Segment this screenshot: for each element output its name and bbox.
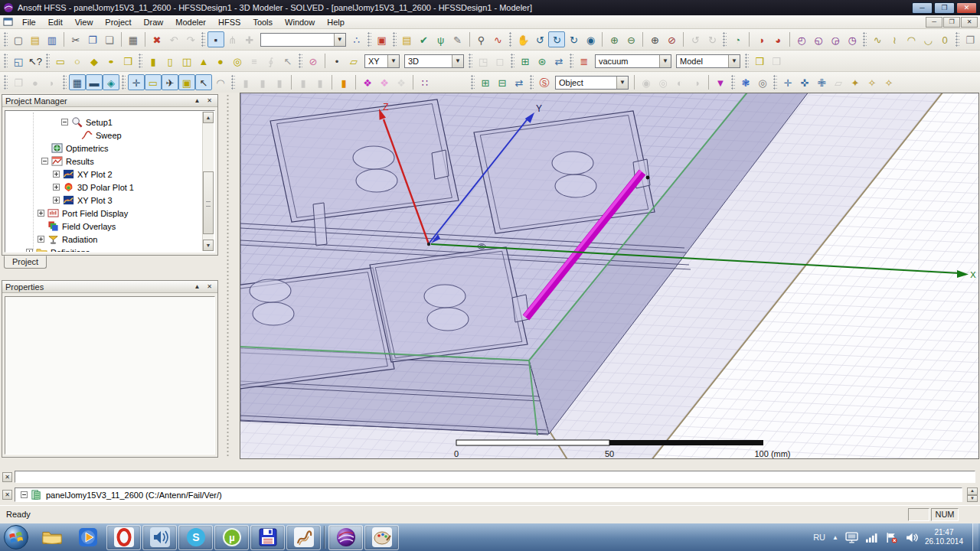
analyze-all-icon[interactable]: ✔: [416, 31, 433, 47]
close-button[interactable]: ✕: [956, 2, 977, 14]
via-cylinder[interactable]: [250, 279, 291, 302]
pan-icon[interactable]: ✋: [514, 31, 531, 47]
feed-tab[interactable]: [432, 150, 449, 179]
scroll-thumb[interactable]: [203, 171, 214, 234]
edit-notes-icon[interactable]: ✎: [449, 31, 466, 47]
cs-create-icon[interactable]: ✛: [779, 74, 796, 90]
menu-file[interactable]: File: [16, 16, 42, 28]
sweep-zero-icon[interactable]: 0: [936, 31, 953, 47]
mesh-sphere-icon[interactable]: ◎: [754, 74, 771, 90]
clock[interactable]: 21:47 26.10.2014: [925, 528, 963, 546]
tree-item[interactable]: Port Field Display: [5, 207, 214, 220]
find-icon[interactable]: ⚲: [473, 31, 490, 47]
menu-project[interactable]: Project: [99, 16, 137, 28]
draw-sphere-icon[interactable]: ●: [212, 53, 229, 69]
toolbar-grip[interactable]: [745, 54, 749, 69]
tab-project[interactable]: Project: [4, 256, 47, 269]
volume-icon[interactable]: [905, 532, 918, 543]
toolbar-grip[interactable]: [201, 32, 205, 47]
highlight-object-icon[interactable]: ▮: [335, 74, 352, 90]
dropdown-arrow-icon[interactable]: ▼: [659, 55, 671, 67]
taskbar-backup-tool-icon[interactable]: [250, 525, 285, 550]
action-center-flag-icon[interactable]: [885, 532, 898, 543]
snap-edge-icon[interactable]: ↖: [195, 74, 212, 90]
tree-item[interactable]: Radiation: [5, 233, 214, 246]
tree-scrollbar[interactable]: ▲ ▼: [202, 112, 214, 251]
snap-grid-icon[interactable]: ▭: [145, 74, 162, 90]
dropdown-arrow-icon[interactable]: ▼: [334, 34, 345, 46]
cs-gold-2-icon[interactable]: ✧: [864, 74, 880, 90]
taskbar-media-player-icon[interactable]: [70, 525, 105, 550]
menu-view[interactable]: View: [69, 16, 100, 28]
toolbar-grip[interactable]: [511, 54, 514, 69]
solid-pink-icon[interactable]: ❖: [376, 74, 393, 90]
project-entry-field[interactable]: panelJomy15V3_11_2600 (C:/Antenn/Fail/Ve…: [15, 487, 962, 502]
cs-gold-1-icon[interactable]: ✦: [847, 74, 864, 90]
minimize-button[interactable]: ─: [912, 2, 933, 14]
new-icon[interactable]: ▢: [10, 31, 27, 47]
toolbar-grip[interactable]: [570, 54, 573, 69]
toolbar-grip[interactable]: [956, 32, 959, 47]
record-macro-icon[interactable]: ▣: [374, 31, 390, 47]
toolbar-grip[interactable]: [63, 75, 67, 90]
zoom-out-icon[interactable]: ⊘: [663, 31, 680, 47]
dropdown-arrow-icon[interactable]: ▼: [728, 55, 740, 67]
via-cylinder[interactable]: [356, 169, 397, 192]
dock-gripper[interactable]: [227, 94, 230, 458]
dropdown-arrow-icon[interactable]: ▼: [616, 77, 628, 89]
cs-gold-3-icon[interactable]: ✧: [880, 74, 897, 90]
fit-all-icon[interactable]: ⊕: [606, 31, 622, 47]
toolbar-grip[interactable]: [773, 75, 777, 90]
project-manager-titlebar[interactable]: Project Manager ▲ ✕: [2, 95, 217, 107]
power-plug-icon[interactable]: [845, 532, 858, 543]
mdi-minimize-button[interactable]: ─: [926, 17, 942, 28]
via-cylinder[interactable]: [555, 174, 596, 197]
optimetrics-run-icon[interactable]: ψ: [433, 31, 449, 47]
spinner-down-icon[interactable]: ▼: [967, 495, 978, 503]
scroll-down-icon[interactable]: ▼: [203, 240, 214, 251]
draw-cylinder-icon[interactable]: ▮: [145, 53, 162, 69]
grid-visibility-icon[interactable]: ▦: [69, 74, 86, 90]
collapse-icon[interactable]: [21, 491, 28, 498]
draw-circle-icon[interactable]: ○: [69, 53, 86, 69]
stop-simulation-icon[interactable]: ◑: [753, 31, 769, 47]
sweep-arc-up-icon[interactable]: ◠: [903, 31, 920, 47]
menu-hfss[interactable]: HFSS: [212, 16, 247, 28]
draw-regular-polyhedron-icon[interactable]: ▯: [162, 53, 178, 69]
taskbar-skype-icon[interactable]: S: [178, 525, 213, 550]
maximize-button[interactable]: ❐: [934, 2, 955, 14]
toolbar-grip[interactable]: [530, 75, 534, 90]
tree-item[interactable]: Sweep: [5, 129, 214, 142]
dropdown-arrow-icon[interactable]: ▼: [387, 55, 399, 67]
view-orientation-combo[interactable]: 3D▼: [404, 54, 464, 68]
toolbar-grip[interactable]: [231, 75, 235, 90]
cut-icon[interactable]: ✂: [67, 31, 84, 47]
properties-titlebar[interactable]: Properties ▲ ✕: [2, 281, 217, 293]
snap-arc-icon[interactable]: ◠: [212, 74, 229, 90]
sweep-curve-2-icon[interactable]: ≀: [886, 31, 903, 47]
panel-close-icon[interactable]: ✕: [204, 282, 214, 291]
save-icon[interactable]: ▥: [44, 31, 60, 47]
measure-mode-icon[interactable]: ▬: [86, 74, 103, 90]
dropdown-arrow-icon[interactable]: ▼: [452, 55, 463, 67]
sweep-arc-down-icon[interactable]: ◡: [920, 31, 936, 47]
draw-box3d-icon[interactable]: ◫: [178, 53, 195, 69]
via-cylinder[interactable]: [427, 308, 469, 331]
schematic-icon[interactable]: ∴: [348, 31, 365, 47]
toolbar-grip[interactable]: [863, 32, 867, 47]
toolbar-grip[interactable]: [46, 54, 50, 69]
toolbar-grip[interactable]: [139, 54, 142, 69]
menu-modeler[interactable]: Modeler: [169, 16, 212, 28]
tree-item[interactable]: XY Plot 2: [5, 168, 214, 181]
duplicate-along-line-icon[interactable]: ⊞: [517, 53, 534, 69]
via-cylinder[interactable]: [552, 152, 593, 174]
draw-torus-icon[interactable]: ◎: [229, 53, 246, 69]
menu-help[interactable]: Help: [321, 16, 351, 28]
tree-expander-plus-icon[interactable]: [53, 184, 60, 191]
mdi-restore-button[interactable]: ❐: [943, 17, 960, 28]
tree-expander-plus-icon[interactable]: [38, 210, 44, 217]
progress-bar-close-icon[interactable]: ✕: [2, 490, 12, 500]
via-cylinder[interactable]: [353, 146, 394, 169]
render-shaded-icon[interactable]: ◈: [103, 74, 119, 90]
menu-tools[interactable]: Tools: [247, 16, 279, 28]
